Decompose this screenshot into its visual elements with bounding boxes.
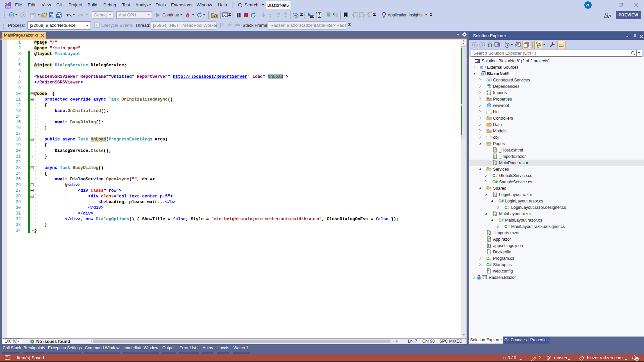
svg-text:@: @	[494, 161, 497, 165]
svg-text:C#: C#	[504, 224, 510, 229]
svg-text:@: @	[488, 237, 491, 241]
svg-text:@: @	[488, 231, 491, 235]
svg-text:PRE: PRE	[6, 6, 10, 8]
svg-text:@: @	[494, 148, 497, 152]
svg-text:C#: C#	[486, 256, 492, 261]
svg-text:C#: C#	[492, 180, 498, 184]
svg-text:C#: C#	[504, 205, 510, 210]
svg-text:C#: C#	[498, 199, 504, 203]
svg-text:@: @	[494, 155, 497, 158]
svg-text:@: @	[494, 193, 497, 196]
svg-text:{}: {}	[487, 244, 491, 248]
svg-text:@: @	[494, 212, 497, 216]
svg-text:C#: C#	[498, 218, 504, 223]
svg-text:C#: C#	[483, 276, 487, 279]
svg-text:C#: C#	[486, 262, 492, 267]
svg-text:C#: C#	[492, 173, 498, 178]
